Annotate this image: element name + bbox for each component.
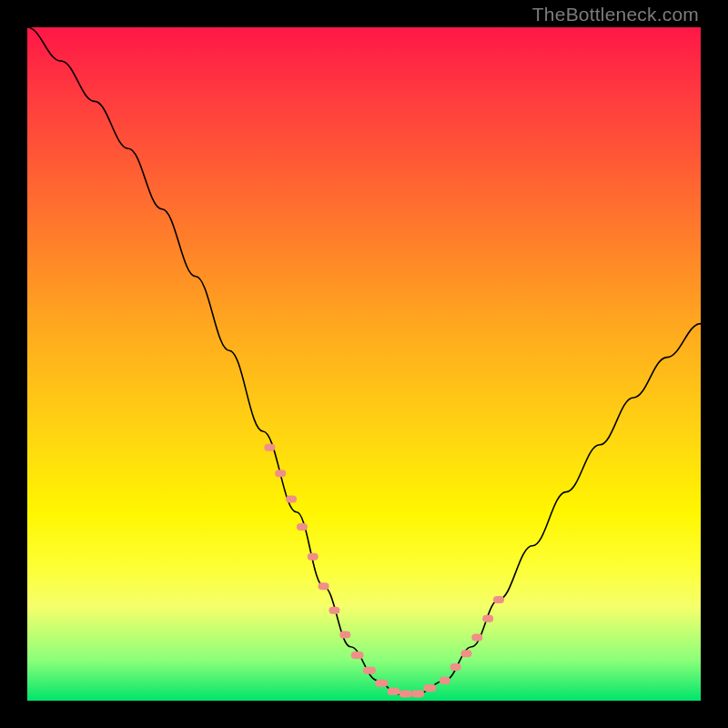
svg-rect-6 — [329, 607, 339, 614]
svg-rect-1 — [275, 470, 286, 477]
svg-rect-8 — [440, 677, 450, 684]
plot-area — [27, 27, 701, 701]
svg-rect-11 — [471, 633, 482, 641]
svg-rect-13 — [493, 596, 504, 603]
svg-rect-10 — [460, 650, 471, 657]
svg-rect-3 — [297, 523, 308, 531]
curve-path — [27, 27, 701, 694]
svg-rect-12 — [482, 615, 493, 622]
bottleneck-curve-svg — [27, 27, 701, 701]
svg-rect-0 — [264, 444, 275, 451]
highlight-dots-right — [440, 596, 504, 684]
svg-rect-19 — [411, 691, 424, 698]
chart-frame: TheBottleneck.com — [0, 0, 728, 728]
svg-rect-14 — [351, 652, 364, 659]
svg-rect-4 — [308, 553, 318, 561]
svg-rect-7 — [339, 631, 350, 638]
svg-rect-5 — [318, 582, 329, 590]
highlight-dots-flat — [351, 652, 437, 698]
svg-rect-2 — [286, 496, 297, 503]
svg-rect-17 — [388, 688, 400, 695]
svg-rect-20 — [424, 684, 437, 692]
svg-rect-16 — [375, 680, 388, 687]
highlight-dots-left — [264, 444, 350, 639]
svg-rect-15 — [363, 667, 376, 674]
svg-rect-9 — [450, 663, 461, 671]
watermark-text: TheBottleneck.com — [532, 4, 699, 25]
svg-rect-18 — [399, 691, 412, 698]
